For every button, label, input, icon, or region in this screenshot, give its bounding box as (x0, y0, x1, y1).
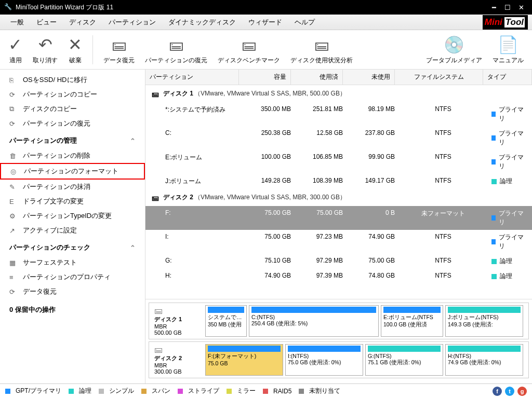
sidebar-label: パーティションの復元 (23, 119, 90, 128)
close-button[interactable]: ✕ (514, 4, 528, 11)
sidebar-icon: 🗑 (9, 152, 19, 160)
sidebar-item[interactable]: ▦サーフェステスト (0, 255, 145, 270)
menu-item[interactable]: ウィザード (242, 18, 288, 27)
sidebar-label: パーティションのプロパティ (23, 272, 111, 282)
partition-row[interactable]: G:75.10 GB97.29 MB75.00 GBNTFS論理 (145, 254, 532, 269)
diskmap-partition[interactable]: I:(NTFS)75.0 GB (使用済: 0%) (285, 344, 363, 376)
sidebar: ⎘OSをSSD/ HDに移行⟳パーティションのコピー⧉ディスクのコピー⟳パーティ… (0, 70, 145, 383)
disk-icon: 🖴 (152, 194, 159, 202)
sidebar-item[interactable]: ⟳パーティションの復元 (0, 116, 145, 131)
sidebar-label: パーティションの削除 (23, 151, 90, 160)
sidebar-label: ドライブ文字の変更 (23, 197, 84, 206)
legend-item: 未割り当て (299, 387, 340, 395)
diskmap-partition[interactable]: システムで予約350 MB (使用 (205, 305, 247, 337)
partition-recovery-button[interactable]: 🖴パーティションの復元 (140, 32, 212, 67)
sidebar-item[interactable]: ⎘OSをSSD/ HDに移行 (0, 73, 145, 87)
sidebar-label: サーフェステスト (23, 258, 77, 267)
window-title: MiniTool Partition Wizard プロ版 11 (16, 3, 487, 12)
sidebar-item[interactable]: ✎パーティションの抹消 (0, 180, 145, 194)
disk-header-row[interactable]: 🖴ディスク 1（VMware, VMware Virtual S SAS, MB… (145, 85, 532, 102)
minimize-button[interactable]: ━ (487, 4, 501, 11)
maximize-button[interactable]: ☐ (501, 4, 514, 11)
sidebar-item[interactable]: 🗑パーティションの削除 (0, 148, 145, 163)
diskmap-row: 🖴ディスク 2MBR300.00 GBF:(未フォーマット)75.0 GBI:(… (149, 341, 529, 378)
sidebar-item[interactable]: ⧉ディスクのコピー (0, 102, 145, 116)
chevron-up-icon: ⌃ (130, 137, 136, 145)
undo-button[interactable]: ↶取り消す (28, 32, 63, 67)
sidebar-label: アクティブに設定 (23, 226, 77, 235)
discard-button[interactable]: ✕破棄 (63, 32, 87, 67)
legend-item: ストライプ (178, 387, 219, 395)
apply-button[interactable]: ✓適用 (3, 32, 28, 67)
sidebar-group-manage[interactable]: パーティションの管理⌃ (0, 131, 145, 148)
usage-button[interactable]: 🖴ディスク使用状況分析 (285, 32, 358, 67)
sidebar-icon: ⟳ (9, 120, 19, 128)
grid-header: パーティション 容量 使用済 未使用 ファイルシステム タイプ (145, 70, 532, 85)
sidebar-icon: ⚙ (9, 212, 19, 220)
diskmap-partition[interactable]: H:(NTFS)74.9 GB (使用済: 0%) (445, 344, 523, 376)
partition-list: 🖴ディスク 1（VMware, VMware Virtual S SAS, MB… (145, 85, 532, 299)
partition-row[interactable]: C:250.38 GB12.58 GB237.80 GBNTFSプライマリ (145, 126, 532, 150)
sidebar-label: パーティションのフォーマット (24, 167, 118, 176)
sidebar-icon: ✎ (9, 183, 19, 191)
partition-row[interactable]: *:システムで予約済み350.00 MB251.81 MB98.19 MBNTF… (145, 102, 532, 126)
legend-item: ミラー (227, 387, 256, 395)
sidebar-icon: E (9, 198, 19, 205)
menu-item[interactable]: ビュー (30, 18, 63, 27)
diskmap-partition[interactable]: C:(NTFS)250.4 GB (使用済: 5%) (249, 305, 379, 337)
menu-item[interactable]: 一般 (4, 18, 30, 27)
statusbar: GPT/プライマリ論理シンプルスパンストライプミラーRAID5未割り当て f t… (0, 383, 532, 398)
diskmap-partition[interactable]: J:ボリューム(NTFS)149.3 GB (使用済: (445, 305, 523, 337)
sidebar-item[interactable]: Eドライブ文字の変更 (0, 194, 145, 209)
sidebar-icon: ⟳ (9, 288, 19, 296)
pending-ops: 0 保留中の操作 (0, 299, 145, 321)
partition-row[interactable]: H:74.90 GB97.39 MB74.80 GBNTFS論理 (145, 269, 532, 284)
sidebar-item[interactable]: ◎パーティションのフォーマット (0, 163, 145, 180)
disk-icon: 🖴 (152, 90, 159, 98)
data-recovery-button[interactable]: 🖴データ復元 (98, 32, 140, 67)
sidebar-item[interactable]: ≡パーティションのプロパティ (0, 270, 145, 284)
sidebar-icon: ⟳ (9, 91, 19, 99)
legend-item: シンプル (99, 387, 134, 395)
menu-item[interactable]: ヘルプ (288, 18, 321, 27)
menubar: 一般ビューディスクパーティションダイナミックディスクウィザードヘルプ MiniT… (0, 15, 532, 30)
diskmap-partition[interactable]: E:ボリューム(NTFS100.0 GB (使用済 (381, 305, 443, 337)
disk-icon: 🖴 (154, 345, 200, 354)
partition-row[interactable]: I:75.00 GB97.23 MB74.90 GBNTFSプライマリ (145, 230, 532, 254)
sidebar-item[interactable]: ⟳パーティションのコピー (0, 87, 145, 102)
sidebar-icon: ≡ (9, 273, 19, 281)
sidebar-item[interactable]: ⟳データ復元 (0, 284, 145, 299)
legend-item: 論理 (69, 387, 91, 395)
facebook-icon[interactable]: f (493, 387, 502, 396)
sidebar-item[interactable]: ↗アクティブに設定 (0, 223, 145, 238)
chevron-up-icon: ⌃ (130, 244, 136, 252)
partition-row[interactable]: F:75.00 GB75.00 GB0 B未フォーマットプライマリ (145, 206, 532, 230)
legend-item: スパン (141, 387, 170, 395)
sidebar-label: データ復元 (23, 287, 57, 296)
titlebar: 🔧 MiniTool Partition Wizard プロ版 11 ━ ☐ ✕ (0, 0, 532, 15)
sidebar-item[interactable]: ⚙パーティションTypeIDの変更 (0, 209, 145, 223)
disk-map: 🖴ディスク 1MBR500.00 GBシステムで予約350 MB (使用C:(N… (145, 299, 532, 383)
sidebar-label: OSをSSD/ HDに移行 (23, 75, 87, 85)
legend-item: GPT/プライマリ (5, 387, 61, 395)
menu-item[interactable]: パーティション (102, 18, 162, 27)
menu-item[interactable]: ディスク (63, 18, 102, 27)
menu-item[interactable]: ダイナミックディスク (162, 18, 242, 27)
disk-header-row[interactable]: 🖴ディスク 2（VMware, VMware Virtual S SAS, MB… (145, 189, 532, 206)
diskmap-partition[interactable]: F:(未フォーマット)75.0 GB (205, 344, 283, 376)
sidebar-icon: ⎘ (9, 76, 19, 84)
sidebar-label: パーティションのコピー (23, 90, 97, 99)
diskmap-partition[interactable]: G:(NTFS)75.1 GB (使用済: 0%) (365, 344, 443, 376)
sidebar-icon: ⧉ (9, 105, 19, 113)
sidebar-group-check[interactable]: パーティションのチェック⌃ (0, 238, 145, 255)
partition-row[interactable]: J:ボリューム149.28 GB108.39 MB149.17 GBNTFS論理 (145, 174, 532, 189)
twitter-icon[interactable]: t (505, 387, 514, 396)
manual-button[interactable]: 📄マニュアル (487, 32, 529, 67)
sidebar-label: パーティションの抹消 (23, 182, 90, 191)
toolbar: ✓適用 ↶取り消す ✕破棄 🖴データ復元 🖴パーティションの復元 🖴ディスクベン… (0, 30, 532, 70)
gplus-icon[interactable]: g (517, 387, 527, 396)
partition-row[interactable]: E:ボリューム100.00 GB106.85 MB99.90 GBNTFSプライ… (145, 150, 532, 174)
sidebar-label: パーティションTypeIDの変更 (23, 211, 112, 221)
benchmark-button[interactable]: 🖴ディスクベンチマーク (212, 32, 285, 67)
bootmedia-button[interactable]: 💿ブータブルメディア (421, 32, 487, 67)
